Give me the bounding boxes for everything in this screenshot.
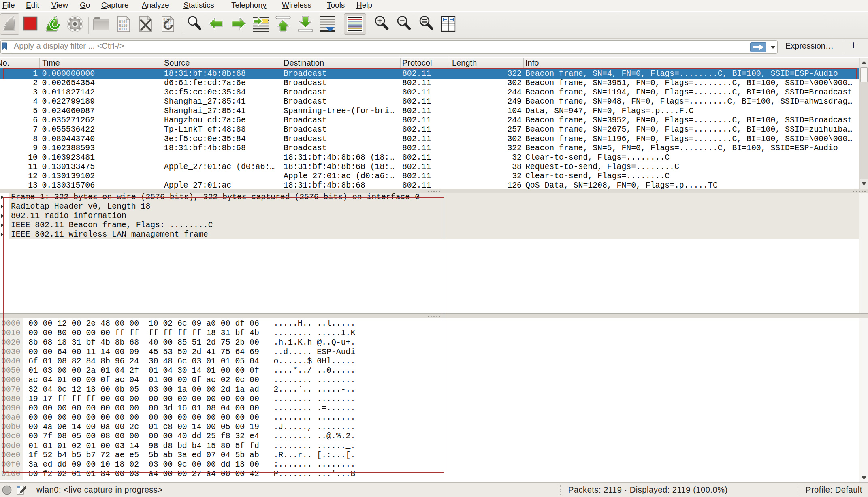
svg-text:0111: 0111 <box>119 27 127 31</box>
